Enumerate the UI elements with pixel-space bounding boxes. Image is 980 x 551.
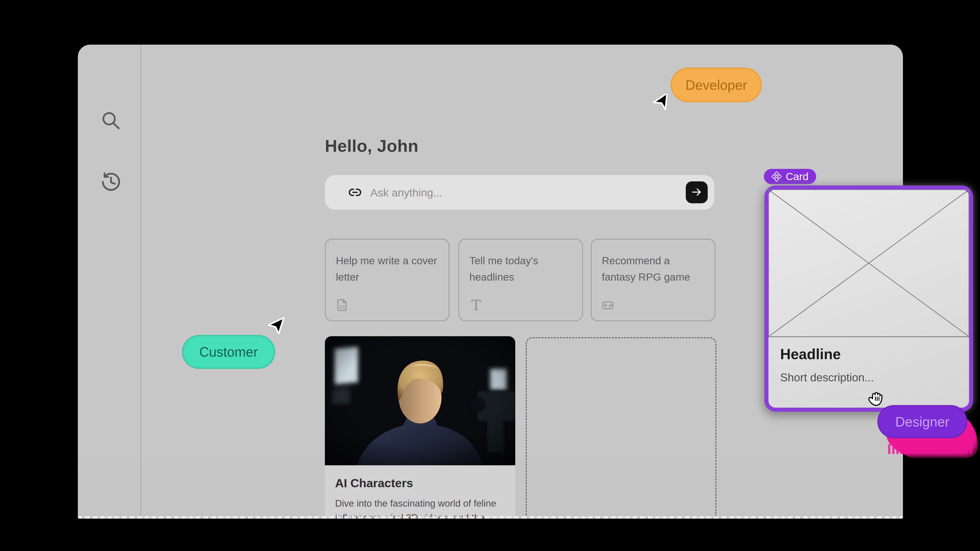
- text-icon: T: [469, 299, 482, 312]
- developer-chip-label: Developer: [686, 77, 747, 93]
- design-canvas: Hello, John Help me write a cover: [0, 0, 980, 551]
- arrow-right-icon: [690, 186, 703, 199]
- component-badge-label: Card: [786, 171, 808, 183]
- suggestion-card-rpg[interactable]: Recommend a fantasy RPG game: [591, 239, 715, 321]
- search-icon[interactable]: [100, 109, 123, 132]
- ask-input[interactable]: [370, 175, 652, 210]
- selected-card-component[interactable]: Headline Short description...: [764, 186, 973, 412]
- suggestion-card-cover-letter[interactable]: Help me write a cover letter: [325, 239, 449, 321]
- article-title: AI Characters: [335, 476, 413, 490]
- send-button[interactable]: [686, 181, 708, 203]
- designer-chip-label: Designer: [895, 414, 950, 430]
- designer-hand-cursor-icon: [865, 387, 888, 411]
- component-badge[interactable]: Card: [764, 169, 816, 184]
- component-icon: [772, 171, 782, 182]
- sidebar-divider: [140, 44, 141, 519]
- card-description: Short description...: [780, 371, 874, 384]
- link-icon: [348, 186, 362, 198]
- dashed-placeholder: [526, 337, 716, 519]
- greeting-title: Hello, John: [325, 136, 418, 156]
- image-placeholder: [768, 189, 969, 337]
- history-icon[interactable]: [100, 170, 123, 193]
- designer-presence-chip: Designer: [877, 405, 967, 438]
- ask-input-bar[interactable]: [325, 175, 714, 210]
- suggestion-label: Tell me today's headlines: [469, 253, 573, 285]
- customer-presence-chip: Customer: [182, 335, 275, 369]
- document-icon: [335, 299, 348, 312]
- suggestion-label: Recommend a fantasy RPG game: [602, 253, 706, 285]
- suggestion-label: Help me write a cover letter: [336, 253, 440, 285]
- customer-cursor-arrow-icon: [266, 316, 286, 336]
- gamepad-icon: [601, 299, 614, 312]
- card-headline: Headline: [780, 346, 841, 362]
- sidebar: [78, 44, 140, 519]
- article-description: Dive into the fascinating world of felin…: [335, 496, 504, 519]
- developer-presence-chip: Developer: [671, 68, 762, 102]
- customer-chip-label: Customer: [199, 344, 258, 360]
- svg-text:T: T: [471, 299, 481, 312]
- designer-glow-noise: [888, 444, 972, 454]
- article-photo: [325, 336, 515, 465]
- article-card[interactable]: AI Characters Dive into the fascinating …: [325, 336, 515, 519]
- developer-cursor-arrow-icon: [652, 94, 672, 114]
- suggestion-card-headlines[interactable]: Tell me today's headlines T: [458, 239, 583, 321]
